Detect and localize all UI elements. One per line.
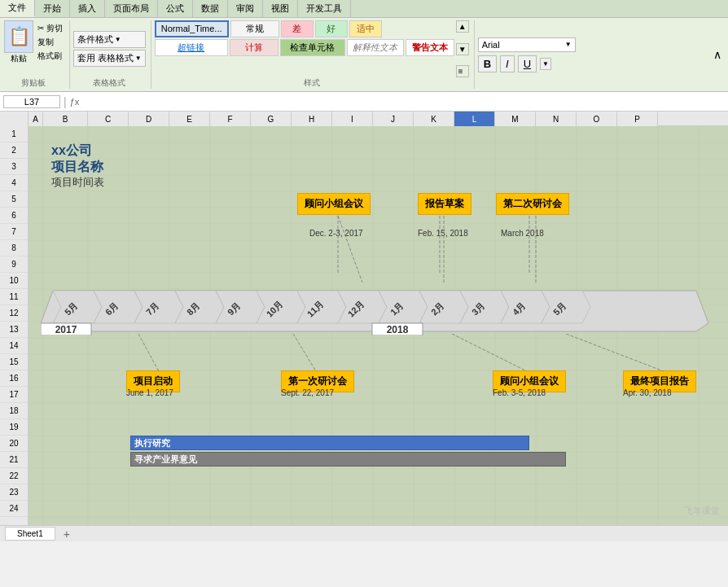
row-num-10[interactable]: 10 [0,273,28,289]
col-header-h[interactable]: H [292,112,332,126]
row-num-5[interactable]: 5 [0,191,28,208]
copy-button[interactable]: 复制 [36,36,64,49]
hyperlink-style[interactable]: 超链接 [155,39,228,56]
row-num-15[interactable]: 15 [0,354,28,370]
col-header-f[interactable]: F [210,112,251,126]
tab-home[interactable]: 开始 [35,0,70,17]
row-numbers: 1 2 3 4 5 6 7 8 9 10 11 12 13 14 15 16 1… [0,126,29,525]
milestone-top-2-date: Feb. 15, 2018 [418,229,468,238]
italic-button[interactable]: I [500,55,515,72]
paste-button[interactable]: 📋 粘贴 [3,20,34,64]
svg-line-80 [452,334,527,371]
bold-button[interactable]: B [478,55,497,72]
row-num-1[interactable]: 1 [0,126,28,142]
underline-button[interactable]: U [518,55,537,72]
sheet-tab-1[interactable]: Sheet1 [5,527,55,541]
col-header-o[interactable]: O [577,112,617,126]
row-num-13[interactable]: 13 [0,322,28,338]
progress-bar-1-container: 执行研究 [130,436,529,450]
svg-text:2017: 2017 [55,324,77,335]
row-num-9[interactable]: 9 [0,256,28,273]
project-timeline-label: 项目时间表 [51,175,104,190]
font-name-field[interactable]: Arial ▼ [478,37,576,52]
row-num-20[interactable]: 20 [0,436,28,452]
cut-button[interactable]: ✂ 剪切 [36,22,64,35]
styles-scroll-up[interactable]: ▲ [456,20,469,33]
progress-bar-2-label: 寻求产业界意见 [134,453,197,466]
calc-style[interactable]: 计算 [230,39,278,56]
svg-line-75 [338,216,362,283]
col-header-a[interactable]: A [29,112,43,126]
row-num-24[interactable]: 24 [0,501,28,517]
row-num-19[interactable]: 19 [0,419,28,436]
clipboard-group: 📋 粘贴 ✂ 剪切 复制 格式刷 剪贴板 [3,20,70,89]
milestone-top-1: 顾问小组会议 [297,193,371,215]
col-header-b[interactable]: B [43,112,88,126]
good-style[interactable]: 好 [315,20,348,37]
table-style-button[interactable]: 套用 表格格式 ▼ [73,50,146,67]
tab-view[interactable]: 视图 [263,0,298,17]
table-format-group: 条件格式 ▼ 套用 表格格式 ▼ 表格格式 [73,20,151,89]
col-header-m[interactable]: M [495,112,536,126]
styles-label: 样式 [155,77,469,89]
format-paint-button[interactable]: 格式刷 [36,50,64,63]
tab-insert[interactable]: 插入 [70,0,105,17]
row-num-21[interactable]: 21 [0,452,28,468]
formula-input[interactable] [82,97,725,107]
add-sheet-button[interactable]: + [64,528,70,541]
col-header-i[interactable]: I [332,112,373,126]
check-style[interactable]: 检查单元格 [280,39,345,56]
warning-style[interactable]: 警告文本 [406,39,454,56]
regular-style[interactable]: 常规 [230,20,279,37]
medium-style[interactable]: 适中 [349,20,382,37]
col-header-k[interactable]: K [414,112,454,126]
row-num-14[interactable]: 14 [0,338,28,354]
col-header-j[interactable]: J [373,112,414,126]
styles-more[interactable]: ≡ [456,65,469,77]
progress-bar-1-label: 执行研究 [134,437,170,449]
bad-style[interactable]: 差 [281,20,314,37]
tab-pagelayout[interactable]: 页面布局 [105,0,158,17]
progress-bar-2-container: 寻求产业界意见 [130,452,566,467]
col-header-e[interactable]: E [169,112,210,126]
bottom-status-bar: Sheet1 + [0,525,728,541]
col-header-p[interactable]: P [617,112,658,126]
col-header-g[interactable]: G [251,112,292,126]
row-num-3[interactable]: 3 [0,159,28,175]
row-num-23[interactable]: 23 [0,484,28,501]
underline-dropdown[interactable]: ▼ [540,58,551,70]
row-num-4[interactable]: 4 [0,175,28,191]
ribbon-body: 📋 粘贴 ✂ 剪切 复制 格式刷 剪贴板 条件格式 ▼ 套用 表格格式 [0,18,728,91]
row-num-17[interactable]: 17 [0,387,28,403]
ribbon: 文件 开始 插入 页面布局 公式 数据 审阅 视图 开发工具 📋 粘贴 ✂ 剪切… [0,0,728,92]
row-num-8[interactable]: 8 [0,240,28,256]
col-header-c[interactable]: C [88,112,129,126]
conditional-format-button[interactable]: 条件格式 ▼ [73,31,146,48]
col-header-d[interactable]: D [129,112,169,126]
tab-formula[interactable]: 公式 [158,0,193,17]
row-num-7[interactable]: 7 [0,224,28,240]
col-header-n[interactable]: N [536,112,577,126]
row-num-6[interactable]: 6 [0,208,28,224]
row-num-22[interactable]: 22 [0,468,28,484]
explain-style[interactable]: 解释性文本 [347,39,404,56]
row-num-18[interactable]: 18 [0,403,28,419]
row-num-12[interactable]: 12 [0,305,28,322]
ribbon-collapse-button[interactable]: ∧ [710,45,725,64]
connector-top-to-band [41,216,708,286]
row-num-11[interactable]: 11 [0,289,28,305]
svg-line-81 [566,334,664,371]
tab-data[interactable]: 数据 [193,0,228,17]
cell-reference-box[interactable]: L37 [3,95,60,108]
tab-file[interactable]: 文件 [0,0,35,17]
row-num-16[interactable]: 16 [0,370,28,387]
row-num-2[interactable]: 2 [0,142,28,159]
formula-separator: | [64,95,67,108]
svg-text:2018: 2018 [387,324,409,335]
milestone-bottom-4-date: Apr. 30, 2018 [623,388,672,397]
normal-time-style[interactable]: Normal_Time... [155,20,229,37]
tab-developer[interactable]: 开发工具 [298,0,351,17]
tab-review[interactable]: 审阅 [228,0,263,17]
col-header-l[interactable]: L [454,112,495,126]
styles-scroll-down[interactable]: ▼ [456,43,469,55]
